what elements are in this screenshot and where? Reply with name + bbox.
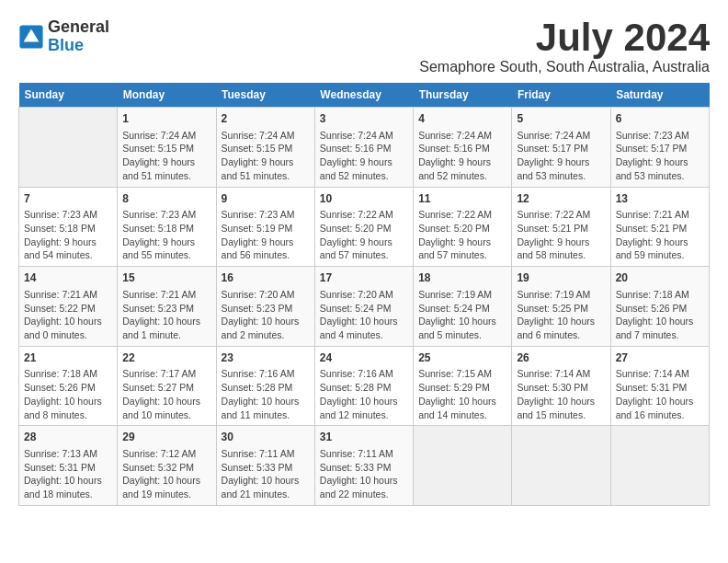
- calendar-cell: 5Sunrise: 7:24 AM Sunset: 5:17 PM Daylig…: [512, 108, 610, 188]
- calendar-cell: 25Sunrise: 7:15 AM Sunset: 5:29 PM Dayli…: [414, 346, 512, 426]
- day-number: 3: [320, 111, 408, 127]
- calendar-cell: 7Sunrise: 7:23 AM Sunset: 5:18 PM Daylig…: [19, 187, 118, 267]
- calendar-cell: 22Sunrise: 7:17 AM Sunset: 5:27 PM Dayli…: [118, 346, 216, 426]
- calendar-cell: [610, 426, 709, 506]
- day-number: 9: [222, 191, 310, 207]
- day-info: Sunrise: 7:17 AM Sunset: 5:27 PM Dayligh…: [122, 367, 210, 421]
- day-info: Sunrise: 7:22 AM Sunset: 5:20 PM Dayligh…: [320, 208, 408, 262]
- logo-icon: [18, 24, 44, 50]
- calendar-cell: 19Sunrise: 7:19 AM Sunset: 5:25 PM Dayli…: [512, 267, 610, 347]
- day-info: Sunrise: 7:14 AM Sunset: 5:31 PM Dayligh…: [616, 367, 704, 421]
- calendar-cell: 8Sunrise: 7:23 AM Sunset: 5:18 PM Daylig…: [118, 187, 216, 267]
- day-info: Sunrise: 7:13 AM Sunset: 5:31 PM Dayligh…: [24, 447, 112, 501]
- calendar-cell: 13Sunrise: 7:21 AM Sunset: 5:21 PM Dayli…: [610, 187, 709, 267]
- calendar-cell: 11Sunrise: 7:22 AM Sunset: 5:20 PM Dayli…: [414, 187, 512, 267]
- day-info: Sunrise: 7:24 AM Sunset: 5:16 PM Dayligh…: [320, 129, 408, 183]
- calendar-week-row: 14Sunrise: 7:21 AM Sunset: 5:22 PM Dayli…: [19, 267, 710, 347]
- day-number: 19: [517, 270, 605, 286]
- day-number: 6: [616, 111, 704, 127]
- day-info: Sunrise: 7:18 AM Sunset: 5:26 PM Dayligh…: [24, 367, 112, 421]
- day-info: Sunrise: 7:23 AM Sunset: 5:18 PM Dayligh…: [24, 208, 112, 262]
- day-number: 16: [222, 270, 310, 286]
- day-number: 20: [616, 270, 704, 286]
- weekday-header-saturday: Saturday: [610, 83, 709, 108]
- day-info: Sunrise: 7:16 AM Sunset: 5:28 PM Dayligh…: [222, 367, 310, 421]
- weekday-header-sunday: Sunday: [19, 83, 118, 108]
- day-info: Sunrise: 7:20 AM Sunset: 5:24 PM Dayligh…: [320, 288, 408, 342]
- calendar-cell: 29Sunrise: 7:12 AM Sunset: 5:32 PM Dayli…: [118, 426, 216, 506]
- calendar-cell: 15Sunrise: 7:21 AM Sunset: 5:23 PM Dayli…: [118, 267, 216, 347]
- day-number: 13: [616, 191, 704, 207]
- weekday-header-monday: Monday: [118, 83, 216, 108]
- day-number: 17: [320, 270, 408, 286]
- day-number: 5: [517, 111, 605, 127]
- day-info: Sunrise: 7:14 AM Sunset: 5:30 PM Dayligh…: [517, 367, 605, 421]
- day-number: 27: [616, 350, 704, 366]
- calendar-cell: 28Sunrise: 7:13 AM Sunset: 5:31 PM Dayli…: [19, 426, 118, 506]
- day-number: 22: [122, 350, 210, 366]
- day-number: 30: [222, 430, 310, 445]
- calendar-cell: 31Sunrise: 7:11 AM Sunset: 5:33 PM Dayli…: [314, 426, 413, 506]
- calendar-cell: [512, 426, 610, 506]
- calendar-cell: 24Sunrise: 7:16 AM Sunset: 5:28 PM Dayli…: [314, 346, 413, 426]
- day-number: 15: [122, 270, 210, 286]
- day-info: Sunrise: 7:16 AM Sunset: 5:28 PM Dayligh…: [320, 367, 408, 421]
- calendar-week-row: 7Sunrise: 7:23 AM Sunset: 5:18 PM Daylig…: [19, 187, 710, 267]
- calendar-cell: 26Sunrise: 7:14 AM Sunset: 5:30 PM Dayli…: [512, 346, 610, 426]
- day-info: Sunrise: 7:11 AM Sunset: 5:33 PM Dayligh…: [320, 447, 408, 501]
- calendar-cell: [414, 426, 512, 506]
- calendar-cell: 10Sunrise: 7:22 AM Sunset: 5:20 PM Dayli…: [314, 187, 413, 267]
- day-info: Sunrise: 7:23 AM Sunset: 5:17 PM Dayligh…: [616, 129, 704, 183]
- day-info: Sunrise: 7:19 AM Sunset: 5:24 PM Dayligh…: [418, 288, 506, 342]
- calendar-cell: 14Sunrise: 7:21 AM Sunset: 5:22 PM Dayli…: [19, 267, 118, 347]
- day-number: 11: [418, 191, 506, 207]
- day-number: 25: [418, 350, 506, 366]
- day-info: Sunrise: 7:22 AM Sunset: 5:21 PM Dayligh…: [517, 208, 605, 262]
- calendar-cell: 30Sunrise: 7:11 AM Sunset: 5:33 PM Dayli…: [216, 426, 314, 506]
- calendar-cell: 27Sunrise: 7:14 AM Sunset: 5:31 PM Dayli…: [610, 346, 709, 426]
- day-number: 24: [320, 350, 408, 366]
- location-subtitle: Semaphore South, South Australia, Austra…: [109, 59, 710, 75]
- weekday-header-wednesday: Wednesday: [314, 83, 413, 108]
- day-info: Sunrise: 7:21 AM Sunset: 5:23 PM Dayligh…: [122, 288, 210, 342]
- logo-text: General Blue: [48, 18, 109, 55]
- calendar-cell: 20Sunrise: 7:18 AM Sunset: 5:26 PM Dayli…: [610, 267, 709, 347]
- day-info: Sunrise: 7:20 AM Sunset: 5:23 PM Dayligh…: [222, 288, 310, 342]
- day-info: Sunrise: 7:12 AM Sunset: 5:32 PM Dayligh…: [122, 447, 210, 501]
- day-number: 7: [24, 191, 112, 207]
- day-info: Sunrise: 7:24 AM Sunset: 5:16 PM Dayligh…: [418, 129, 506, 183]
- day-info: Sunrise: 7:24 AM Sunset: 5:17 PM Dayligh…: [517, 129, 605, 183]
- day-info: Sunrise: 7:19 AM Sunset: 5:25 PM Dayligh…: [517, 288, 605, 342]
- calendar-cell: 4Sunrise: 7:24 AM Sunset: 5:16 PM Daylig…: [414, 108, 512, 188]
- day-number: 8: [122, 191, 210, 207]
- day-info: Sunrise: 7:23 AM Sunset: 5:19 PM Dayligh…: [222, 208, 310, 262]
- day-number: 4: [418, 111, 506, 127]
- day-info: Sunrise: 7:18 AM Sunset: 5:26 PM Dayligh…: [616, 288, 704, 342]
- day-number: 21: [24, 350, 112, 366]
- calendar-cell: 2Sunrise: 7:24 AM Sunset: 5:15 PM Daylig…: [216, 108, 314, 188]
- calendar-cell: 3Sunrise: 7:24 AM Sunset: 5:16 PM Daylig…: [314, 108, 413, 188]
- day-number: 26: [517, 350, 605, 366]
- day-number: 10: [320, 191, 408, 207]
- logo: General Blue: [18, 18, 109, 55]
- day-info: Sunrise: 7:23 AM Sunset: 5:18 PM Dayligh…: [122, 208, 210, 262]
- day-number: 2: [222, 111, 310, 127]
- calendar-cell: 17Sunrise: 7:20 AM Sunset: 5:24 PM Dayli…: [314, 267, 413, 347]
- day-info: Sunrise: 7:21 AM Sunset: 5:22 PM Dayligh…: [24, 288, 112, 342]
- day-number: 29: [122, 430, 210, 445]
- day-info: Sunrise: 7:24 AM Sunset: 5:15 PM Dayligh…: [122, 129, 210, 183]
- day-number: 14: [24, 270, 112, 286]
- calendar-cell: 1Sunrise: 7:24 AM Sunset: 5:15 PM Daylig…: [118, 108, 216, 188]
- calendar-week-row: 28Sunrise: 7:13 AM Sunset: 5:31 PM Dayli…: [19, 426, 710, 506]
- day-info: Sunrise: 7:15 AM Sunset: 5:29 PM Dayligh…: [418, 367, 506, 421]
- day-number: 1: [122, 111, 210, 127]
- day-info: Sunrise: 7:11 AM Sunset: 5:33 PM Dayligh…: [222, 447, 310, 501]
- day-number: 23: [222, 350, 310, 366]
- calendar-cell: 9Sunrise: 7:23 AM Sunset: 5:19 PM Daylig…: [216, 187, 314, 267]
- weekday-header-thursday: Thursday: [414, 83, 512, 108]
- calendar-cell: [19, 108, 118, 188]
- calendar-cell: 6Sunrise: 7:23 AM Sunset: 5:17 PM Daylig…: [610, 108, 709, 188]
- month-title: July 2024: [109, 18, 710, 57]
- day-number: 31: [320, 430, 408, 445]
- day-info: Sunrise: 7:22 AM Sunset: 5:20 PM Dayligh…: [418, 208, 506, 262]
